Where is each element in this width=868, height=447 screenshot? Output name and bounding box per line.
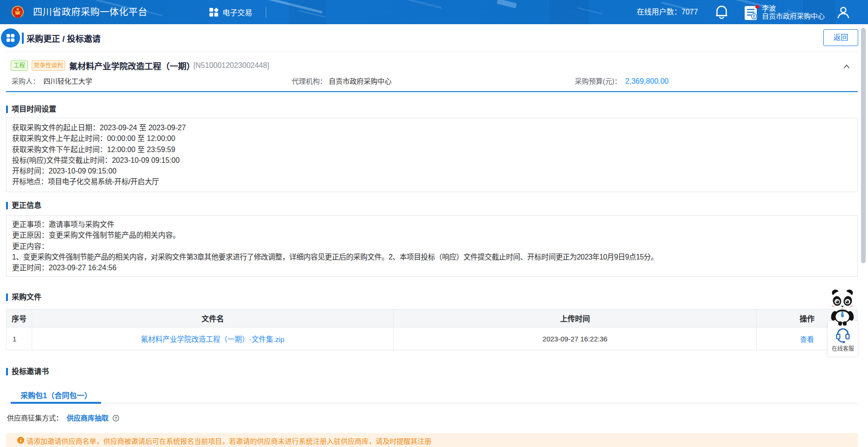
svg-text:?: ? xyxy=(114,415,117,420)
